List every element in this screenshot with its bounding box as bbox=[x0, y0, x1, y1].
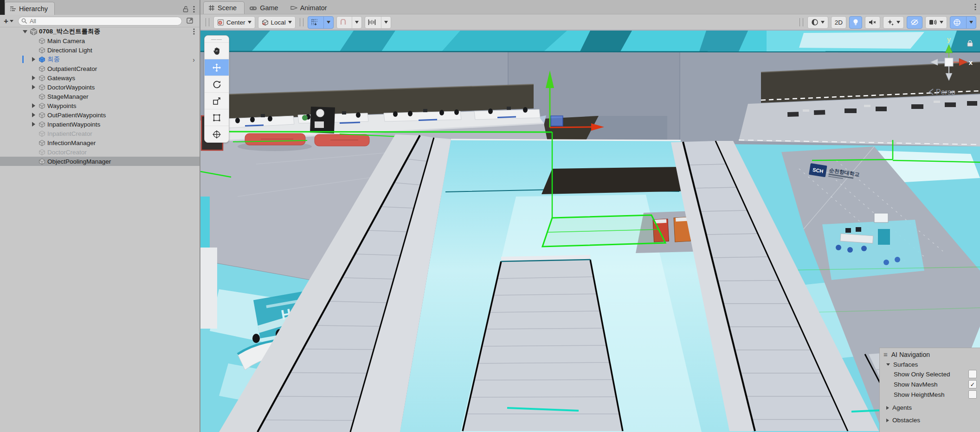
move-tool-button[interactable] bbox=[205, 59, 229, 76]
show-heightmesh-checkbox[interactable] bbox=[968, 390, 977, 399]
hierarchy-menu-kebab-icon[interactable] bbox=[193, 6, 195, 13]
unlock-icon[interactable] bbox=[183, 6, 188, 13]
scene-root-row[interactable]: 0708_박스컨트롤최종 bbox=[0, 27, 200, 36]
collapse-triangle-icon[interactable] bbox=[23, 30, 27, 33]
hand-tool-button[interactable] bbox=[205, 42, 229, 59]
scene-viewport[interactable]: SCH bbox=[200, 30, 980, 432]
hierarchy-item-main-camera[interactable]: Main Camera bbox=[0, 36, 200, 45]
expand-triangle-icon[interactable] bbox=[32, 103, 35, 108]
expand-triangle-icon bbox=[886, 419, 889, 422]
gizmo-x-label: x bbox=[969, 58, 973, 66]
rect-icon bbox=[212, 113, 221, 122]
hierarchy-item-doctorwaypoints[interactable]: DoctorWaypoints bbox=[0, 83, 200, 92]
hierarchy-item-doctorcreator[interactable]: DoctorCreator bbox=[0, 147, 200, 157]
hierarchy-item-waypoints[interactable]: Waypoints bbox=[0, 101, 200, 110]
move-gizmo-x-arrow[interactable] bbox=[550, 127, 591, 127]
toolbar-drag-handle[interactable] bbox=[206, 18, 209, 26]
tab-game[interactable]: Game bbox=[245, 2, 286, 14]
show-only-selected-row: Show Only Selected bbox=[880, 369, 980, 379]
snap-increment-button[interactable] bbox=[336, 16, 362, 29]
expand-triangle-icon[interactable] bbox=[32, 113, 35, 117]
show-navmesh-checkbox[interactable]: ✓ bbox=[968, 380, 977, 388]
show-navmesh-row: Show NavMesh ✓ bbox=[880, 379, 980, 389]
gameobject-cube-icon bbox=[37, 93, 46, 100]
search-input[interactable] bbox=[18, 17, 182, 25]
hierarchy-item-inpatientwaypoints[interactable]: InpatientWaypoints bbox=[0, 120, 200, 129]
ai-navigation-header[interactable]: ≡ AI Navigation bbox=[880, 348, 980, 360]
expand-triangle-icon[interactable] bbox=[32, 76, 35, 80]
obstacles-section-header[interactable]: Obstacles bbox=[880, 416, 980, 425]
tab-animator[interactable]: Animator bbox=[286, 2, 335, 14]
transform-tool-button[interactable] bbox=[205, 126, 229, 142]
2d-mode-button[interactable]: 2D bbox=[831, 16, 846, 29]
audio-mute-button[interactable] bbox=[865, 16, 880, 29]
expand-triangle-icon[interactable] bbox=[32, 57, 35, 62]
show-heightmesh-row: Show HeightMesh bbox=[880, 389, 980, 400]
hierarchy-item-outpatientcreator[interactable]: OutpatientCreator bbox=[0, 64, 200, 73]
hierarchy-item-objectpoolingmanager[interactable]: ObjectPoolingManager bbox=[0, 157, 200, 166]
measure-tool-button[interactable] bbox=[365, 16, 391, 29]
agents-section-header[interactable]: Agents bbox=[880, 403, 980, 412]
scene-menu-kebab-icon[interactable] bbox=[193, 28, 195, 35]
toolbar-drag-handle[interactable] bbox=[300, 18, 303, 26]
palette-drag-handle[interactable]: —— bbox=[205, 36, 229, 42]
pivot-mode-button[interactable]: Center bbox=[213, 16, 255, 29]
prefab-indicator-bar bbox=[22, 56, 24, 63]
scene-visibility-button[interactable] bbox=[907, 16, 922, 29]
gameobject-cube-icon bbox=[37, 102, 46, 109]
chevron-down-icon bbox=[384, 21, 388, 24]
gizmos-button[interactable] bbox=[950, 16, 976, 29]
gameobject-cube-icon bbox=[37, 130, 46, 137]
hierarchy-tab-label: Hierarchy bbox=[19, 5, 48, 13]
expand-triangle-icon[interactable] bbox=[32, 85, 35, 89]
hierarchy-item-stagemanager[interactable]: StageManager bbox=[0, 92, 200, 101]
expand-triangle-icon[interactable] bbox=[32, 122, 35, 127]
shaded-sphere-icon bbox=[811, 19, 819, 26]
unity-editor: Hierarchy + bbox=[0, 0, 980, 432]
gameobject-cube-icon bbox=[37, 65, 46, 72]
hierarchy-item-infectionmanager[interactable]: InfectionManager bbox=[0, 138, 200, 147]
hierarchy-item-directional-light[interactable]: Directional Light bbox=[0, 45, 200, 55]
prefab-open-chevron-icon[interactable]: › bbox=[193, 56, 195, 64]
create-object-button[interactable]: + bbox=[4, 17, 13, 25]
eye-slash-icon bbox=[910, 19, 919, 25]
move-gizmo-xy-plane[interactable] bbox=[551, 116, 563, 126]
gameobject-cube-icon bbox=[37, 38, 46, 44]
overlay-drag-handle-icon[interactable]: ≡ bbox=[883, 352, 888, 357]
orientation-button[interactable]: Local bbox=[258, 16, 296, 29]
hierarchy-item-choejong-prefab[interactable]: 최종 › bbox=[0, 55, 200, 64]
rect-tool-button[interactable] bbox=[205, 109, 229, 126]
gizmo-center-cube[interactable] bbox=[945, 58, 953, 66]
plus-icon: + bbox=[4, 17, 8, 25]
effects-button[interactable] bbox=[883, 16, 904, 29]
toolbar-drag-handle[interactable] bbox=[799, 18, 803, 26]
grid-snapping-button[interactable] bbox=[308, 16, 334, 29]
hierarchy-tree: 0708_박스컨트롤최종 Main Camera Directional Lig… bbox=[0, 27, 200, 166]
surfaces-section-header[interactable]: Surfaces bbox=[880, 360, 980, 369]
ceiling-navmesh-band bbox=[200, 30, 980, 52]
scale-tool-button[interactable] bbox=[205, 92, 229, 109]
ruler-icon bbox=[368, 19, 376, 25]
camera-overlay-button[interactable] bbox=[925, 16, 947, 29]
tab-scene[interactable]: Scene bbox=[203, 1, 245, 14]
tab-hierarchy[interactable]: Hierarchy bbox=[5, 2, 55, 15]
audio-muted-icon bbox=[869, 19, 877, 25]
rotate-tool-button[interactable] bbox=[205, 76, 229, 92]
hierarchy-search bbox=[18, 17, 182, 25]
animator-icon bbox=[290, 5, 297, 11]
scene-grid-icon bbox=[208, 5, 215, 11]
shading-mode-button[interactable] bbox=[807, 16, 828, 29]
gameobject-cube-icon bbox=[37, 47, 46, 54]
projection-label[interactable]: Persp bbox=[936, 88, 955, 96]
expand-triangle-icon bbox=[886, 406, 889, 410]
hierarchy-item-inpatientcreator[interactable]: InpatientCreator bbox=[0, 129, 200, 138]
scene-lighting-button[interactable] bbox=[849, 16, 862, 29]
scene-area-kebab-icon[interactable] bbox=[974, 3, 976, 11]
hierarchy-item-gateways[interactable]: Gateways bbox=[0, 73, 200, 83]
scene-render: SCH bbox=[200, 30, 980, 432]
hand-icon bbox=[212, 46, 221, 56]
chevron-down-icon bbox=[10, 20, 13, 22]
show-only-selected-checkbox[interactable] bbox=[968, 370, 977, 378]
scene-picker-icon[interactable] bbox=[185, 16, 196, 25]
hierarchy-item-outpatientwaypoints[interactable]: OutPatientWaypoints bbox=[0, 110, 200, 120]
